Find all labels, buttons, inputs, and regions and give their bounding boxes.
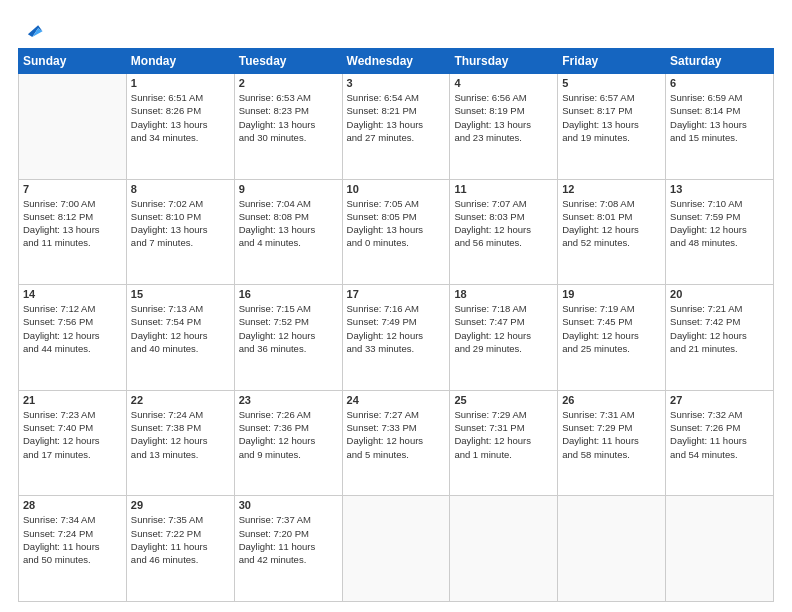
weekday-header: Monday <box>126 49 234 74</box>
cell-content: Sunrise: 7:24 AM Sunset: 7:38 PM Dayligh… <box>131 408 230 461</box>
cell-content: Sunrise: 7:27 AM Sunset: 7:33 PM Dayligh… <box>347 408 446 461</box>
cell-content: Sunrise: 7:37 AM Sunset: 7:20 PM Dayligh… <box>239 513 338 566</box>
calendar-cell: 23Sunrise: 7:26 AM Sunset: 7:36 PM Dayli… <box>234 390 342 496</box>
day-number: 14 <box>23 288 122 300</box>
cell-content: Sunrise: 7:26 AM Sunset: 7:36 PM Dayligh… <box>239 408 338 461</box>
calendar-cell: 7Sunrise: 7:00 AM Sunset: 8:12 PM Daylig… <box>19 179 127 285</box>
day-number: 10 <box>347 183 446 195</box>
calendar-cell: 29Sunrise: 7:35 AM Sunset: 7:22 PM Dayli… <box>126 496 234 602</box>
logo <box>18 18 44 40</box>
day-number: 19 <box>562 288 661 300</box>
calendar-header-row: SundayMondayTuesdayWednesdayThursdayFrid… <box>19 49 774 74</box>
day-number: 1 <box>131 77 230 89</box>
cell-content: Sunrise: 7:16 AM Sunset: 7:49 PM Dayligh… <box>347 302 446 355</box>
day-number: 24 <box>347 394 446 406</box>
calendar-cell: 8Sunrise: 7:02 AM Sunset: 8:10 PM Daylig… <box>126 179 234 285</box>
calendar-cell: 3Sunrise: 6:54 AM Sunset: 8:21 PM Daylig… <box>342 74 450 180</box>
day-number: 6 <box>670 77 769 89</box>
page: SundayMondayTuesdayWednesdayThursdayFrid… <box>0 0 792 612</box>
day-number: 12 <box>562 183 661 195</box>
cell-content: Sunrise: 7:10 AM Sunset: 7:59 PM Dayligh… <box>670 197 769 250</box>
calendar-cell: 19Sunrise: 7:19 AM Sunset: 7:45 PM Dayli… <box>558 285 666 391</box>
calendar-week-row: 14Sunrise: 7:12 AM Sunset: 7:56 PM Dayli… <box>19 285 774 391</box>
calendar-table: SundayMondayTuesdayWednesdayThursdayFrid… <box>18 48 774 602</box>
cell-content: Sunrise: 6:56 AM Sunset: 8:19 PM Dayligh… <box>454 91 553 144</box>
day-number: 13 <box>670 183 769 195</box>
cell-content: Sunrise: 7:19 AM Sunset: 7:45 PM Dayligh… <box>562 302 661 355</box>
calendar-cell: 30Sunrise: 7:37 AM Sunset: 7:20 PM Dayli… <box>234 496 342 602</box>
cell-content: Sunrise: 6:51 AM Sunset: 8:26 PM Dayligh… <box>131 91 230 144</box>
cell-content: Sunrise: 7:00 AM Sunset: 8:12 PM Dayligh… <box>23 197 122 250</box>
calendar-cell: 14Sunrise: 7:12 AM Sunset: 7:56 PM Dayli… <box>19 285 127 391</box>
calendar-cell <box>19 74 127 180</box>
cell-content: Sunrise: 7:12 AM Sunset: 7:56 PM Dayligh… <box>23 302 122 355</box>
day-number: 25 <box>454 394 553 406</box>
day-number: 9 <box>239 183 338 195</box>
calendar-cell: 24Sunrise: 7:27 AM Sunset: 7:33 PM Dayli… <box>342 390 450 496</box>
day-number: 26 <box>562 394 661 406</box>
cell-content: Sunrise: 7:13 AM Sunset: 7:54 PM Dayligh… <box>131 302 230 355</box>
day-number: 21 <box>23 394 122 406</box>
calendar-cell: 1Sunrise: 6:51 AM Sunset: 8:26 PM Daylig… <box>126 74 234 180</box>
cell-content: Sunrise: 7:23 AM Sunset: 7:40 PM Dayligh… <box>23 408 122 461</box>
day-number: 2 <box>239 77 338 89</box>
weekday-header: Sunday <box>19 49 127 74</box>
day-number: 3 <box>347 77 446 89</box>
calendar-cell: 4Sunrise: 6:56 AM Sunset: 8:19 PM Daylig… <box>450 74 558 180</box>
calendar-cell: 27Sunrise: 7:32 AM Sunset: 7:26 PM Dayli… <box>666 390 774 496</box>
day-number: 22 <box>131 394 230 406</box>
header <box>18 18 774 40</box>
weekday-header: Saturday <box>666 49 774 74</box>
calendar-cell: 20Sunrise: 7:21 AM Sunset: 7:42 PM Dayli… <box>666 285 774 391</box>
cell-content: Sunrise: 6:59 AM Sunset: 8:14 PM Dayligh… <box>670 91 769 144</box>
cell-content: Sunrise: 6:57 AM Sunset: 8:17 PM Dayligh… <box>562 91 661 144</box>
calendar-cell: 22Sunrise: 7:24 AM Sunset: 7:38 PM Dayli… <box>126 390 234 496</box>
calendar-cell: 26Sunrise: 7:31 AM Sunset: 7:29 PM Dayli… <box>558 390 666 496</box>
calendar-cell: 10Sunrise: 7:05 AM Sunset: 8:05 PM Dayli… <box>342 179 450 285</box>
day-number: 4 <box>454 77 553 89</box>
calendar-cell: 9Sunrise: 7:04 AM Sunset: 8:08 PM Daylig… <box>234 179 342 285</box>
calendar-cell: 11Sunrise: 7:07 AM Sunset: 8:03 PM Dayli… <box>450 179 558 285</box>
calendar-cell: 25Sunrise: 7:29 AM Sunset: 7:31 PM Dayli… <box>450 390 558 496</box>
calendar-cell: 28Sunrise: 7:34 AM Sunset: 7:24 PM Dayli… <box>19 496 127 602</box>
cell-content: Sunrise: 7:07 AM Sunset: 8:03 PM Dayligh… <box>454 197 553 250</box>
weekday-header: Wednesday <box>342 49 450 74</box>
day-number: 17 <box>347 288 446 300</box>
calendar-cell <box>450 496 558 602</box>
cell-content: Sunrise: 7:08 AM Sunset: 8:01 PM Dayligh… <box>562 197 661 250</box>
calendar-cell: 2Sunrise: 6:53 AM Sunset: 8:23 PM Daylig… <box>234 74 342 180</box>
calendar-cell <box>342 496 450 602</box>
calendar-cell <box>666 496 774 602</box>
calendar-cell: 13Sunrise: 7:10 AM Sunset: 7:59 PM Dayli… <box>666 179 774 285</box>
cell-content: Sunrise: 7:04 AM Sunset: 8:08 PM Dayligh… <box>239 197 338 250</box>
day-number: 5 <box>562 77 661 89</box>
calendar-cell: 12Sunrise: 7:08 AM Sunset: 8:01 PM Dayli… <box>558 179 666 285</box>
day-number: 27 <box>670 394 769 406</box>
weekday-header: Thursday <box>450 49 558 74</box>
cell-content: Sunrise: 7:02 AM Sunset: 8:10 PM Dayligh… <box>131 197 230 250</box>
day-number: 29 <box>131 499 230 511</box>
day-number: 15 <box>131 288 230 300</box>
cell-content: Sunrise: 7:29 AM Sunset: 7:31 PM Dayligh… <box>454 408 553 461</box>
calendar-cell: 16Sunrise: 7:15 AM Sunset: 7:52 PM Dayli… <box>234 285 342 391</box>
calendar-week-row: 21Sunrise: 7:23 AM Sunset: 7:40 PM Dayli… <box>19 390 774 496</box>
calendar-cell: 5Sunrise: 6:57 AM Sunset: 8:17 PM Daylig… <box>558 74 666 180</box>
calendar-cell: 21Sunrise: 7:23 AM Sunset: 7:40 PM Dayli… <box>19 390 127 496</box>
weekday-header: Friday <box>558 49 666 74</box>
cell-content: Sunrise: 7:31 AM Sunset: 7:29 PM Dayligh… <box>562 408 661 461</box>
calendar-cell: 15Sunrise: 7:13 AM Sunset: 7:54 PM Dayli… <box>126 285 234 391</box>
cell-content: Sunrise: 6:54 AM Sunset: 8:21 PM Dayligh… <box>347 91 446 144</box>
day-number: 16 <box>239 288 338 300</box>
cell-content: Sunrise: 7:35 AM Sunset: 7:22 PM Dayligh… <box>131 513 230 566</box>
calendar-cell: 17Sunrise: 7:16 AM Sunset: 7:49 PM Dayli… <box>342 285 450 391</box>
day-number: 30 <box>239 499 338 511</box>
calendar-cell: 6Sunrise: 6:59 AM Sunset: 8:14 PM Daylig… <box>666 74 774 180</box>
day-number: 7 <box>23 183 122 195</box>
day-number: 18 <box>454 288 553 300</box>
calendar-cell: 18Sunrise: 7:18 AM Sunset: 7:47 PM Dayli… <box>450 285 558 391</box>
day-number: 28 <box>23 499 122 511</box>
cell-content: Sunrise: 6:53 AM Sunset: 8:23 PM Dayligh… <box>239 91 338 144</box>
cell-content: Sunrise: 7:15 AM Sunset: 7:52 PM Dayligh… <box>239 302 338 355</box>
cell-content: Sunrise: 7:18 AM Sunset: 7:47 PM Dayligh… <box>454 302 553 355</box>
day-number: 23 <box>239 394 338 406</box>
